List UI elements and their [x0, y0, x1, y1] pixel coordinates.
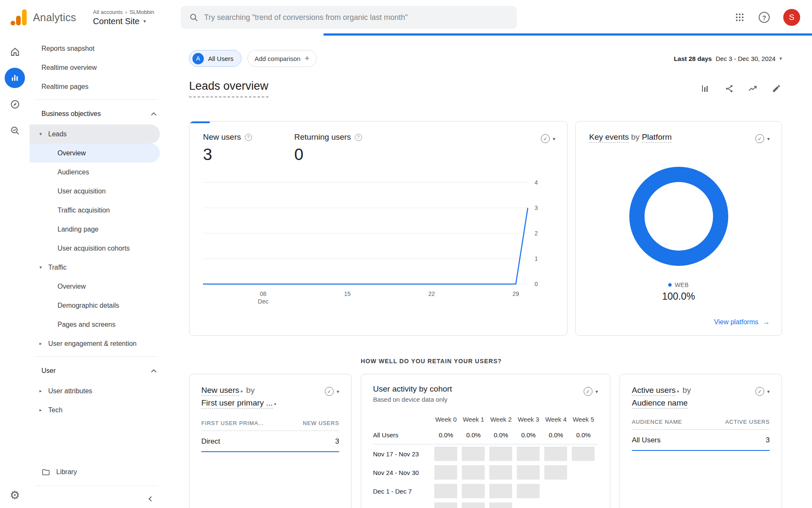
cohort-cell [544, 447, 567, 461]
sidebar-section-user[interactable]: User [30, 360, 182, 381]
loading-progress-bar [324, 33, 812, 36]
cohort-activity-card: User activity by cohort Based on device … [361, 374, 610, 508]
sidebar-item-user-engagement-retention[interactable]: ▸ User engagement & retention [30, 334, 160, 353]
sidebar-item-label: User attributes [48, 387, 92, 395]
plus-icon: + [304, 54, 309, 63]
cohort-value: 0.0% [460, 431, 487, 439]
sidebar-item-user-acquisition-cohorts[interactable]: User acquisition cohorts [30, 239, 160, 258]
logo-block[interactable]: Analytics [10, 8, 76, 26]
sidebar-item-label: Landing page [58, 226, 99, 233]
cohort-value: 0.0% [487, 431, 515, 439]
metric-label[interactable]: Active users [632, 386, 675, 396]
insights-icon[interactable] [747, 83, 758, 94]
help-icon[interactable]: ? [245, 134, 252, 141]
help-icon[interactable]: ? [355, 134, 362, 141]
user-avatar[interactable]: S [783, 9, 800, 26]
collapsed-arrow-icon[interactable]: ▸ [37, 388, 44, 394]
advertising-icon[interactable] [5, 120, 25, 141]
metric-label: New users [203, 133, 241, 142]
sidebar-item-user-acquisition[interactable]: User acquisition [30, 182, 160, 201]
sidebar-item-traffic-acquisition[interactable]: Traffic acquisition [30, 201, 160, 220]
breadcrumb-accounts[interactable]: All accounts [93, 9, 123, 15]
edit-icon[interactable] [771, 83, 782, 94]
app-title: Analytics [33, 11, 76, 24]
column-header[interactable]: ACTIVE USERS [725, 419, 770, 425]
sidebar-item-leads[interactable]: ▾ Leads [30, 124, 160, 144]
explore-icon[interactable] [5, 94, 25, 114]
platform-donut-chart[interactable] [628, 166, 730, 267]
table-row[interactable]: All Users 3 [632, 430, 770, 451]
sidebar-item-demographic-details[interactable]: Demographic details [30, 296, 160, 315]
week-header: Week 4 [542, 416, 570, 423]
share-icon[interactable] [724, 83, 735, 94]
check-circle-icon: ✓ [325, 387, 334, 396]
collapsed-arrow-icon[interactable]: ▸ [37, 407, 44, 413]
settings-gear-icon[interactable]: ⚙ [10, 490, 20, 501]
check-circle-icon: ✓ [584, 387, 593, 396]
property-picker[interactable]: Content Site ▾ [93, 17, 154, 26]
divider [35, 486, 158, 486]
caret-down-icon[interactable]: ▾ [677, 389, 679, 394]
sidebar-item-traffic[interactable]: ▾ Traffic [30, 258, 160, 277]
cohort-cell [462, 502, 485, 508]
date-range-picker[interactable]: Last 28 days Dec 3 - Dec 30, 2024 ▾ [674, 55, 782, 62]
caret-down-icon: ▾ [595, 389, 598, 394]
add-comparison-chip[interactable]: Add comparison + [247, 50, 317, 67]
dimension-label[interactable]: First user primary ... [201, 398, 273, 409]
search-bar[interactable] [181, 6, 517, 29]
data-quality-dropdown[interactable]: ✓ ▾ [325, 387, 339, 396]
data-quality-dropdown[interactable]: ✓ ▾ [755, 134, 770, 143]
sidebar-item-realtime-pages[interactable]: Realtime pages [30, 77, 160, 96]
expand-arrow-icon[interactable]: ▾ [37, 265, 44, 270]
sidebar-item-audiences[interactable]: Audiences [30, 163, 160, 182]
metric-label[interactable]: New users [201, 386, 239, 396]
cohort-cell [489, 484, 512, 498]
compare-icon[interactable] [700, 83, 711, 94]
sidebar-item-leads-overview[interactable]: Overview [30, 144, 160, 163]
data-quality-dropdown[interactable]: ✓ ▾ [584, 387, 598, 396]
help-icon[interactable]: ? [759, 12, 770, 23]
apps-grid-icon[interactable] [734, 12, 745, 23]
sidebar-item-tech[interactable]: ▸ Tech [30, 400, 160, 420]
collapsed-arrow-icon[interactable]: ▸ [37, 341, 44, 346]
caret-down-icon[interactable]: ▾ [274, 402, 276, 406]
data-quality-dropdown[interactable]: ✓ ▾ [541, 134, 555, 143]
breadcrumb-entity[interactable]: SLMobbin [129, 9, 154, 15]
reports-icon[interactable] [5, 68, 25, 88]
cohort-row: Dec 1 - Dec 7 [373, 482, 598, 500]
sidebar-item-reports-snapshot[interactable]: Reports snapshot [30, 39, 160, 58]
dimension-label[interactable]: Audience name [632, 398, 688, 409]
cohort-summary-row: All Users 0.0% 0.0% 0.0% 0.0% 0.0% 0.0% [373, 426, 598, 444]
all-users-chip[interactable]: A All Users [189, 50, 241, 67]
column-header[interactable]: NEW USERS [303, 420, 339, 426]
metric-label[interactable]: Key events [589, 133, 629, 143]
search-input[interactable] [204, 13, 508, 22]
column-header[interactable]: FIRST USER PRIMA... [201, 420, 264, 426]
sidebar-item-library[interactable]: Library [30, 462, 182, 482]
collapse-sidebar-icon[interactable] [148, 496, 154, 502]
column-header[interactable]: AUDIENCE NAME [632, 419, 682, 425]
new-users-line-chart[interactable]: 0123408Dec152229 [203, 178, 554, 305]
sidebar-item-traffic-overview[interactable]: Overview [30, 277, 160, 296]
row-label: Dec 1 - Dec 7 [373, 488, 432, 495]
metric-returning-users[interactable]: Returning users ? 0 [294, 133, 362, 164]
expand-arrow-icon[interactable]: ▾ [37, 131, 44, 137]
sidebar-item-pages-and-screens[interactable]: Pages and screens [30, 315, 160, 334]
view-platforms-link[interactable]: View platforms → [714, 318, 770, 326]
cohort-cell [517, 465, 540, 480]
cohort-cell [489, 447, 512, 461]
home-icon[interactable] [5, 41, 25, 62]
data-quality-dropdown[interactable]: ✓ ▾ [755, 387, 770, 396]
sidebar-item-label: Audiences [58, 168, 89, 176]
metric-new-users[interactable]: New users ? 3 [203, 133, 252, 164]
sidebar-item-realtime-overview[interactable]: Realtime overview [30, 58, 160, 77]
dimension-label[interactable]: Platform [642, 133, 672, 143]
sidebar-item-landing-page[interactable]: Landing page [30, 220, 160, 239]
caret-down-icon[interactable]: ▾ [241, 389, 243, 394]
table-row[interactable]: Direct 3 [201, 431, 339, 452]
sidebar-item-label: User acquisition [58, 188, 106, 195]
week-header: Week 2 [487, 416, 515, 423]
sidebar-item-user-attributes[interactable]: ▸ User attributes [30, 381, 160, 400]
sidebar-section-business-objectives[interactable]: Business objectives [30, 103, 182, 124]
cohort-cell [489, 465, 512, 480]
